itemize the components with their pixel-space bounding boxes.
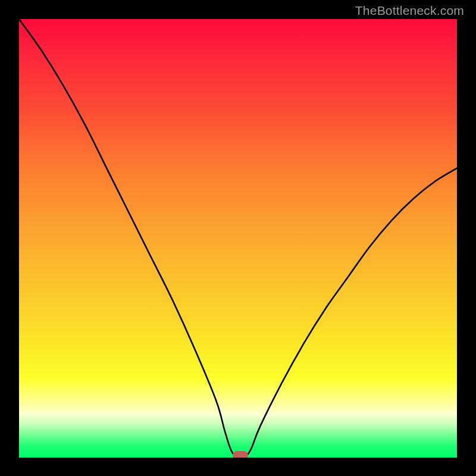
chart-frame: TheBottleneck.com [0, 0, 476, 476]
watermark-text: TheBottleneck.com [355, 4, 464, 18]
bottleneck-curve [19, 19, 457, 458]
optimal-marker [233, 451, 248, 458]
plot-area [19, 19, 457, 458]
